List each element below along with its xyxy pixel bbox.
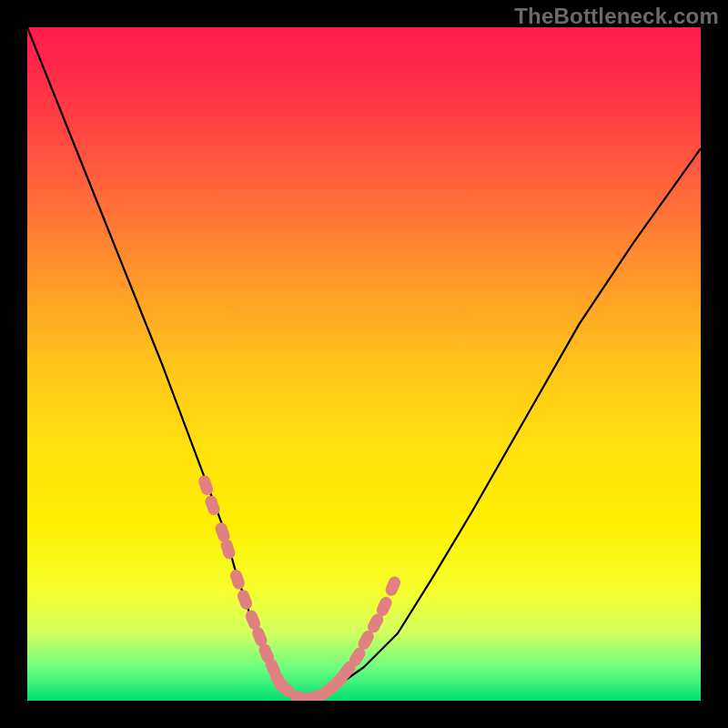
marker-dot <box>228 568 246 591</box>
highlight-markers <box>197 474 402 701</box>
plot-area <box>27 27 701 701</box>
chart-frame: TheBottleneck.com <box>0 0 728 728</box>
marker-dot <box>236 588 254 611</box>
marker-dot <box>197 474 214 497</box>
watermark-text: TheBottleneck.com <box>514 4 719 29</box>
bottleneck-curve <box>27 27 701 701</box>
curve-layer <box>27 27 701 701</box>
marker-dot <box>383 575 402 598</box>
